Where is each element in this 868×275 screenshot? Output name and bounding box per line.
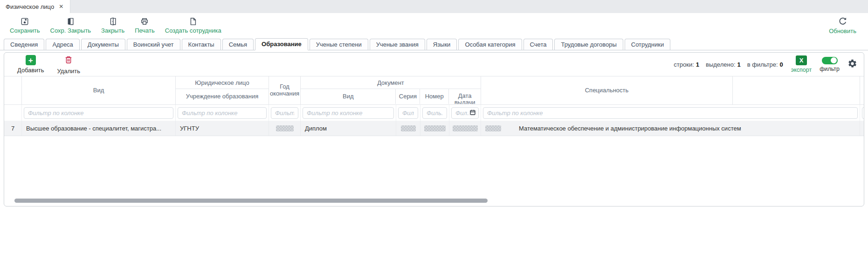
filter-number-input[interactable] [422,107,447,119]
redacted-value [401,125,416,131]
selected-counter: выделено:1 [706,61,741,68]
plus-icon: + [26,55,36,65]
window-tab-strip: Физическое лицо ✕ [0,0,868,13]
tab-uchenye-stepeni[interactable]: Ученые степени [310,39,368,50]
redacted-value [453,125,478,131]
tab-uchenye-zvaniya[interactable]: Ученые звания [370,39,425,50]
row-series [396,121,420,136]
filter-offscreen-input[interactable] [862,107,864,119]
filter-specialty-input[interactable] [483,107,858,119]
tab-sotrudniki[interactable]: Сотрудники [625,39,670,50]
create-employee-button[interactable]: Создать сотрудника [160,15,227,35]
grid-action-bar: + Добавить Удалить строки:1 выделено:1 в… [4,53,864,76]
save-close-button[interactable]: Сохр. Закрыть [45,15,96,35]
filter-row [4,105,864,121]
filter-institution-cell [176,105,269,121]
tab-scheta[interactable]: Счета [524,39,553,50]
header-number[interactable]: Номер [420,89,449,104]
refresh-button[interactable]: Обновить [824,15,861,36]
header-grad-year[interactable]: Год окончания [269,76,301,104]
tab-osobaya-kategoriya[interactable]: Особая категория [458,39,522,50]
filter-series-input[interactable] [398,107,418,119]
filter-doc-kind-cell [301,105,396,121]
redacted-value [424,125,446,131]
table-header: Вид Юридическое лицо Учреждение образова… [4,76,864,105]
filter-kind-cell [22,105,176,121]
print-button[interactable]: Печать [130,15,160,35]
delete-row-button[interactable]: Удалить [57,55,80,75]
filter-kind-input[interactable] [24,107,173,119]
table-row[interactable]: 7 Высшее образование - специалитет, маги… [4,121,864,136]
filter-specialty-cell [481,105,860,121]
tab-trudovye-dogovory[interactable]: Трудовые договоры [554,39,623,50]
redacted-value [276,125,294,131]
header-group-document: Документ Вид Серия Номер Дата выдачи [301,76,481,104]
row-issue-date [449,121,481,136]
close-icon[interactable]: ✕ [59,3,63,10]
row-grad-year [269,121,301,136]
delete-row-label: Удалить [57,68,80,75]
save-button[interactable]: Сохранить [5,15,45,35]
group-document-label: Документ [301,76,481,89]
toggle-on-icon[interactable] [822,57,838,64]
tab-svedeniya[interactable]: Сведения [4,39,44,50]
window-tab[interactable]: Физическое лицо ✕ [0,0,70,13]
save-close-label: Сохр. Закрыть [50,27,91,34]
header-specialty[interactable]: Специальность [481,76,733,104]
printer-icon [140,17,149,26]
tab-obrazovanie[interactable]: Образование [255,38,308,50]
gear-icon[interactable] [847,59,857,70]
header-series[interactable]: Серия [396,89,420,104]
in-filter-counter: в фильтре:0 [747,61,783,68]
header-blank [733,76,860,104]
filter-institution-input[interactable] [178,107,267,119]
tab-dokumenty[interactable]: Документы [81,39,125,50]
row-number: 7 [4,121,22,136]
header-offscreen [860,76,864,104]
header-institution[interactable]: Учреждение образования [176,89,269,104]
calendar-icon[interactable] [469,109,476,117]
row-doc-kind: Диплом [301,121,396,136]
header-issue-date[interactable]: Дата выдачи [449,89,481,104]
row-number-doc [420,121,449,136]
refresh-icon [838,16,848,27]
filter-grad-year-cell [269,105,301,121]
create-employee-label: Создать сотрудника [165,27,221,34]
tab-voinskiy-uchet[interactable]: Воинский учет [127,39,180,50]
save-label: Сохранить [10,27,40,34]
main-toolbar: Сохранить Сохр. Закрыть Закрыть [0,13,868,37]
grid-status-cluster: строки:1 выделено:1 в фильтре:0 X экспор… [674,53,857,76]
row-specialty-text: Математическое обеспечение и администрир… [519,125,741,132]
refresh-label: Обновить [829,28,856,34]
filter-rownum-cell [4,105,22,121]
excel-icon: X [796,55,807,65]
print-label: Печать [135,27,155,34]
horizontal-scrollbar-thumb[interactable] [14,199,488,203]
close-button[interactable]: Закрыть [96,15,130,35]
header-doc-kind[interactable]: Вид [301,89,396,104]
tab-kontakty[interactable]: Контакты [182,39,221,50]
save-close-icon [66,17,75,26]
filter-toggle-button[interactable]: фильтр [820,57,840,72]
filter-grad-year-input[interactable] [271,107,298,119]
filter-offscreen-cell [860,105,864,121]
filter-series-cell [396,105,420,121]
tab-yazyki[interactable]: Языки [427,39,457,50]
tab-adresa[interactable]: Адреса [46,39,79,50]
trash-icon [64,55,73,66]
filter-issue-date-cell [449,105,481,121]
header-group-legal-entity: Юридическое лицо Учреждение образования [176,76,269,104]
row-offscreen-partial: б [860,121,864,136]
tab-semya[interactable]: Семья [222,39,254,50]
new-document-icon [188,17,198,26]
filter-doc-kind-input[interactable] [303,107,394,119]
save-icon [20,17,29,26]
export-excel-button[interactable]: X экспорт [791,55,812,73]
add-row-label: Добавить [17,67,44,74]
add-row-button[interactable]: + Добавить [17,55,44,74]
row-kind: Высшее образование - специалитет, магист… [22,121,176,136]
record-tabs: Сведения Адреса Документы Воинский учет … [0,37,868,50]
group-legal-entity-label: Юридическое лицо [176,76,269,89]
door-icon [108,17,117,26]
header-kind[interactable]: Вид [22,76,176,104]
